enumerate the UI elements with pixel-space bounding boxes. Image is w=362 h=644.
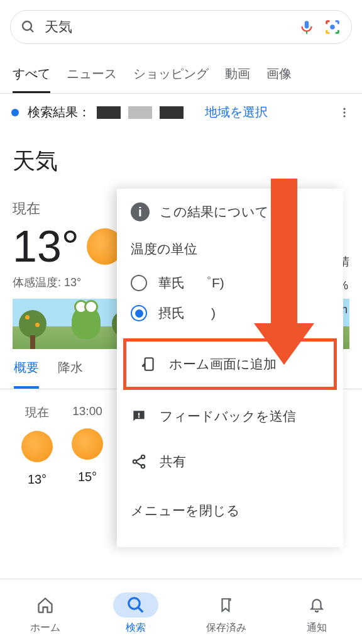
subtab-overview[interactable]: 概要 xyxy=(14,359,39,389)
weather-title: 天気 xyxy=(13,146,349,177)
category-tabs: すべて ニュース ショッピング 動画 画像 xyxy=(0,52,362,94)
menu-label: この結果について xyxy=(160,203,269,221)
nav-home[interactable]: ホーム xyxy=(23,592,68,635)
hour-label: 現在 xyxy=(25,404,49,421)
subtab-precip[interactable]: 降水 xyxy=(58,359,83,389)
svg-rect-2 xyxy=(305,21,309,28)
menu-feedback[interactable]: フィードバックを送信 xyxy=(117,394,343,439)
location-prefix: 検索結果： xyxy=(28,104,90,121)
nav-label: 検索 xyxy=(126,621,146,635)
svg-rect-10 xyxy=(138,416,140,418)
svg-point-4 xyxy=(330,25,334,29)
menu-label: フィードバックを送信 xyxy=(160,408,296,425)
redacted-block xyxy=(128,106,152,119)
svg-point-5 xyxy=(343,108,345,109)
mic-icon[interactable] xyxy=(299,19,315,35)
tab-video[interactable]: 動画 xyxy=(225,65,250,93)
radio-unchecked-icon xyxy=(131,275,147,291)
hour-temp: 15° xyxy=(78,470,97,484)
tab-all[interactable]: すべて xyxy=(13,65,50,93)
choose-region-link[interactable]: 地域を選択 xyxy=(205,104,268,121)
nav-label: 通知 xyxy=(307,621,327,635)
tab-shopping[interactable]: ショッピング xyxy=(133,65,209,93)
more-vert-icon[interactable] xyxy=(338,106,351,119)
menu-label: メニューを閉じる xyxy=(131,502,240,519)
svg-point-0 xyxy=(23,21,31,30)
svg-rect-8 xyxy=(145,358,153,370)
frog-character xyxy=(72,305,101,339)
sun-icon xyxy=(72,428,103,460)
search-query[interactable]: 天気 xyxy=(45,18,290,36)
hour-13: 13:00 15° xyxy=(72,404,103,487)
svg-line-14 xyxy=(136,458,142,461)
search-bar[interactable]: 天気 xyxy=(10,10,352,44)
svg-line-1 xyxy=(30,29,33,32)
svg-line-17 xyxy=(138,608,143,613)
sun-icon xyxy=(21,431,53,462)
redacted-block xyxy=(97,106,121,119)
tab-news[interactable]: ニュース xyxy=(67,65,117,93)
location-row: 検索結果： 地域を選択 xyxy=(0,94,362,131)
menu-close[interactable]: メニューを閉じる xyxy=(117,484,343,533)
bottom-nav: ホーム 検索 保存済み 通知 xyxy=(0,579,362,644)
nav-notify[interactable]: 通知 xyxy=(294,592,339,635)
svg-point-6 xyxy=(343,111,345,113)
svg-line-15 xyxy=(136,462,142,465)
svg-point-16 xyxy=(129,598,140,609)
hour-label: 13:00 xyxy=(72,404,102,418)
info-icon: i xyxy=(131,203,150,221)
location-dot-icon xyxy=(11,109,19,116)
radio-checked-icon xyxy=(131,305,147,321)
svg-point-7 xyxy=(343,115,345,117)
tab-image[interactable]: 画像 xyxy=(266,65,292,93)
nav-search[interactable]: 検索 xyxy=(113,592,158,635)
nav-saved[interactable]: 保存済み xyxy=(204,592,249,635)
lens-icon[interactable] xyxy=(324,18,341,36)
svg-rect-9 xyxy=(138,413,140,416)
hour-temp: 13° xyxy=(28,472,47,487)
radio-label: 摂氏 ) xyxy=(158,304,216,322)
nav-label: ホーム xyxy=(30,621,60,635)
radio-label: 華氏 ゜F) xyxy=(158,274,224,292)
menu-label: 共有 xyxy=(160,453,186,470)
add-to-home-icon xyxy=(140,356,156,372)
nav-label: 保存済み xyxy=(206,621,246,635)
share-icon xyxy=(131,453,147,470)
current-temp: 13° xyxy=(13,225,79,269)
search-icon xyxy=(21,19,36,35)
feedback-icon xyxy=(131,408,147,425)
hour-now: 現在 13° xyxy=(21,404,53,487)
annotation-arrow xyxy=(254,179,314,365)
redacted-block xyxy=(160,106,184,119)
menu-share[interactable]: 共有 xyxy=(117,439,343,484)
